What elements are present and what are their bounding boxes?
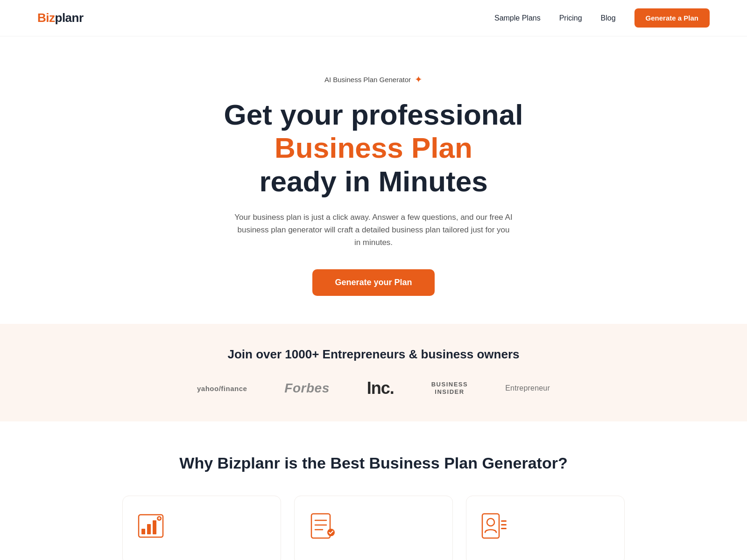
logo[interactable]: Bizplanr	[37, 11, 84, 25]
logo-planr: planr	[55, 11, 84, 25]
nav-item-sample-plans[interactable]: Sample Plans	[494, 14, 541, 22]
svg-rect-14	[501, 528, 507, 529]
hero-badge: AI Business Plan Generator ✦	[324, 74, 423, 85]
why-section: Why Bizplanr is the Best Business Plan G…	[0, 421, 747, 560]
svg-rect-1	[141, 529, 145, 534]
navbar: Bizplanr Sample Plans Pricing Blog Gener…	[0, 0, 747, 36]
feature-card-ai	[122, 496, 281, 560]
nav-link-pricing[interactable]: Pricing	[559, 14, 582, 22]
nav-generate-button[interactable]: Generate a Plan	[634, 8, 710, 28]
svg-point-11	[487, 518, 494, 526]
hero-subtitle: Your business plan is just a click away.…	[233, 211, 514, 249]
hero-title: Get your professional Business Plan read…	[191, 98, 556, 198]
document-profile-icon	[479, 511, 509, 541]
hero-title-highlight: Business Plan	[275, 132, 472, 164]
why-title: Why Bizplanr is the Best Business Plan G…	[37, 454, 710, 472]
logo-business-insider: BUSINESSINSIDER	[431, 381, 468, 397]
svg-rect-3	[153, 520, 156, 534]
checklist-edit-icon	[308, 511, 338, 541]
social-proof-section: Join over 1000+ Entrepreneurs & business…	[0, 324, 747, 421]
badge-text: AI Business Plan Generator	[324, 76, 411, 84]
features-row	[37, 496, 710, 560]
social-proof-title: Join over 1000+ Entrepreneurs & business…	[37, 347, 710, 362]
logos-row: yahoo/finance Forbes Inc. BUSINESSINSIDE…	[37, 378, 710, 398]
hero-generate-button[interactable]: Generate your Plan	[312, 269, 434, 296]
nav-cta-item[interactable]: Generate a Plan	[634, 8, 710, 28]
sparkle-icon: ✦	[415, 74, 423, 85]
nav-links: Sample Plans Pricing Blog Generate a Pla…	[494, 8, 710, 28]
feature-card-professional	[466, 496, 625, 560]
logo-yahoo: yahoo/finance	[197, 385, 247, 392]
hero-title-part1: Get your professional	[224, 98, 523, 131]
svg-rect-12	[501, 520, 507, 522]
nav-link-sample-plans[interactable]: Sample Plans	[494, 14, 541, 22]
hero-section: AI Business Plan Generator ✦ Get your pr…	[0, 36, 747, 324]
logo-inc: Inc.	[367, 378, 394, 398]
feature-card-customize	[294, 496, 453, 560]
nav-item-blog[interactable]: Blog	[601, 14, 616, 22]
chart-ai-icon	[136, 511, 166, 541]
svg-rect-2	[147, 524, 151, 534]
nav-item-pricing[interactable]: Pricing	[559, 14, 582, 22]
logo-biz: Biz	[37, 11, 55, 25]
nav-link-blog[interactable]: Blog	[601, 14, 616, 22]
svg-rect-13	[501, 524, 507, 525]
logo-entrepreneur: Entrepreneur	[505, 384, 550, 392]
svg-rect-5	[311, 514, 330, 538]
logo-forbes: Forbes	[284, 381, 329, 396]
hero-title-part2: ready in Minutes	[259, 165, 487, 197]
